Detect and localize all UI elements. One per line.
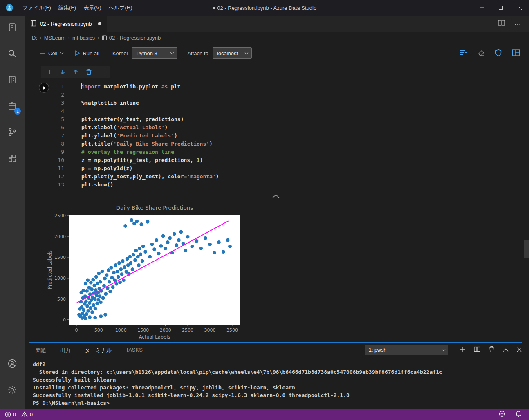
panel-tab[interactable]: 問題 bbox=[35, 344, 47, 357]
code-line[interactable]: 10z = np.polyfit(y_test, predictions, 1) bbox=[29, 156, 521, 164]
breadcrumb-item[interactable]: 02 - Regression.ipynb bbox=[102, 35, 161, 41]
close-button[interactable] bbox=[510, 0, 529, 16]
kill-terminal-icon[interactable] bbox=[489, 346, 495, 354]
code-line[interactable]: 9# overlay the regression line bbox=[29, 148, 521, 156]
menu-item[interactable]: ヘルプ(H) bbox=[105, 0, 136, 16]
kernel-select[interactable]: Python 3 bbox=[132, 47, 177, 59]
terminal-cursor bbox=[114, 400, 117, 406]
new-terminal-icon[interactable] bbox=[460, 346, 466, 354]
code-line[interactable]: 1import matplotlib.pyplot as plt bbox=[29, 82, 521, 90]
svg-text:3500: 3500 bbox=[226, 328, 238, 333]
run-all-icon bbox=[74, 50, 80, 56]
extensions-icon[interactable] bbox=[0, 149, 25, 168]
collapse-output-chevron[interactable] bbox=[272, 193, 280, 200]
source-control-icon[interactable] bbox=[0, 123, 25, 141]
search-icon[interactable] bbox=[0, 44, 25, 63]
activity-bar: 1 bbox=[0, 16, 25, 409]
svg-text:1000: 1000 bbox=[54, 276, 66, 281]
menu-item[interactable]: 表示(V) bbox=[80, 0, 105, 16]
code-line[interactable]: 5plt.scatter(y_test, predictions) bbox=[29, 115, 521, 123]
add-cell-below-icon[interactable] bbox=[44, 67, 55, 77]
panel-tabs: 問題出力ターミナルTASKS bbox=[35, 344, 143, 357]
breadcrumb-item[interactable]: ml-basics bbox=[72, 35, 95, 41]
terminal-line: Stored in directory: c:\users\b1326\appd… bbox=[33, 368, 529, 376]
code-line[interactable]: 13plt.show() bbox=[29, 180, 521, 189]
code-cell[interactable]: ⋯ 1import matplotlib.pyplot as plt23%mat… bbox=[29, 70, 522, 343]
packages-icon[interactable]: 1 bbox=[0, 97, 25, 115]
panel-tab[interactable]: ターミナル bbox=[84, 344, 112, 357]
editor-scrollbar[interactable] bbox=[524, 240, 529, 258]
notebook-tab-icon bbox=[30, 20, 37, 28]
delete-cell-icon[interactable] bbox=[83, 67, 94, 77]
terminal-output[interactable]: ddf2 Stored in directory: c:\users\b1326… bbox=[25, 357, 529, 409]
notifications-bell-icon[interactable] bbox=[515, 411, 522, 418]
add-cell-button[interactable]: Cell bbox=[37, 49, 67, 58]
svg-text:2500: 2500 bbox=[182, 328, 193, 333]
code-line[interactable]: 3%matplotlib inline bbox=[29, 99, 521, 107]
account-icon[interactable] bbox=[0, 354, 25, 373]
line-number: 3 bbox=[29, 100, 64, 106]
code-line[interactable]: 8plt.title('Daily Bike Share Predictions… bbox=[29, 139, 521, 148]
cell-toolbar: ⋯ bbox=[41, 66, 110, 78]
terminal-line: Successfully built sklearn bbox=[33, 376, 529, 384]
svg-text:1500: 1500 bbox=[54, 255, 66, 260]
svg-text:1500: 1500 bbox=[137, 328, 149, 333]
settings-gear-icon[interactable] bbox=[0, 380, 25, 399]
menu-item[interactable]: 編集(E) bbox=[55, 0, 80, 16]
chevron-down-icon bbox=[442, 349, 446, 352]
svg-text:2000: 2000 bbox=[160, 328, 171, 333]
terminal-line: Successfully installed joblib-1.0.1 scik… bbox=[33, 391, 529, 399]
code-line[interactable]: 2 bbox=[29, 90, 521, 99]
connections-icon[interactable] bbox=[0, 18, 25, 37]
terminal-instance-select[interactable]: 1: pwsh bbox=[365, 345, 448, 355]
notebooks-icon[interactable] bbox=[0, 70, 25, 89]
svg-text:2500: 2500 bbox=[54, 213, 66, 218]
split-editor-icon[interactable] bbox=[498, 20, 505, 28]
svg-text:1000: 1000 bbox=[115, 328, 127, 333]
maximize-button[interactable] bbox=[491, 0, 510, 16]
code-line[interactable]: 11p = np.poly1d(z) bbox=[29, 164, 521, 172]
feedback-icon[interactable] bbox=[499, 411, 505, 418]
window-title: ● 02 - Regression.ipynb - Azure Data Stu… bbox=[213, 5, 316, 11]
breadcrumb-item[interactable]: D: bbox=[32, 35, 37, 41]
problems-status[interactable]: 0 0 bbox=[5, 411, 33, 418]
clear-results-icon[interactable] bbox=[477, 49, 485, 58]
code-line[interactable]: 6plt.xlabel('Actual Labels') bbox=[29, 123, 521, 131]
breadcrumb[interactable]: D:›MSLearn›ml-basics›02 - Regression.ipy… bbox=[25, 32, 529, 43]
modified-indicator[interactable] bbox=[98, 22, 101, 25]
menu-item[interactable]: ファイル(F) bbox=[19, 0, 55, 16]
errors-count: 0 bbox=[13, 412, 16, 418]
move-cell-up-icon[interactable] bbox=[70, 67, 81, 77]
more-cell-actions-icon[interactable]: ⋯ bbox=[96, 67, 108, 77]
code-line[interactable]: 12plt.plot(y_test,p(y_test), color='mage… bbox=[29, 172, 521, 180]
collapse-cells-icon[interactable] bbox=[460, 49, 468, 58]
run-all-button[interactable]: Run all bbox=[71, 49, 102, 58]
close-panel-icon[interactable] bbox=[517, 346, 522, 354]
panel-tab[interactable]: TASKS bbox=[125, 344, 143, 357]
terminal-prompt-line[interactable]: PS D:\MSLearn\ml-basics> bbox=[33, 399, 529, 407]
status-bar: 0 0 bbox=[0, 409, 529, 420]
more-actions-icon[interactable]: ⋯ bbox=[514, 20, 521, 28]
chevron-down-icon bbox=[60, 52, 64, 55]
trusted-shield-icon[interactable] bbox=[495, 49, 502, 58]
code-line[interactable]: 7plt.ylabel('Predicted Labels') bbox=[29, 131, 521, 139]
errors-icon bbox=[5, 411, 11, 418]
warnings-icon bbox=[21, 411, 28, 418]
svg-text:Predicted Labels: Predicted Labels bbox=[47, 250, 53, 289]
minimize-button[interactable] bbox=[473, 0, 491, 16]
attach-to-select[interactable]: localhost bbox=[213, 47, 252, 59]
line-number: 1 bbox=[29, 83, 64, 90]
tab-regression-notebook[interactable]: 02 - Regression.ipynb bbox=[25, 16, 107, 32]
code-lines[interactable]: 1import matplotlib.pyplot as plt23%matpl… bbox=[29, 82, 521, 189]
panel-tab[interactable]: 出力 bbox=[59, 344, 72, 357]
move-cell-down-icon[interactable] bbox=[57, 67, 68, 77]
split-terminal-icon[interactable] bbox=[474, 346, 480, 354]
svg-text:Daily Bike Share Predictions: Daily Bike Share Predictions bbox=[116, 204, 193, 211]
kernel-label: Kernel bbox=[112, 50, 128, 56]
code-line[interactable]: 4 bbox=[29, 107, 521, 115]
maximize-panel-icon[interactable] bbox=[503, 346, 509, 354]
breadcrumb-item[interactable]: MSLearn bbox=[44, 35, 66, 41]
chevron-down-icon bbox=[170, 52, 174, 55]
notebook-views-icon[interactable] bbox=[512, 49, 520, 58]
tab-label: 02 - Regression.ipynb bbox=[40, 21, 92, 27]
